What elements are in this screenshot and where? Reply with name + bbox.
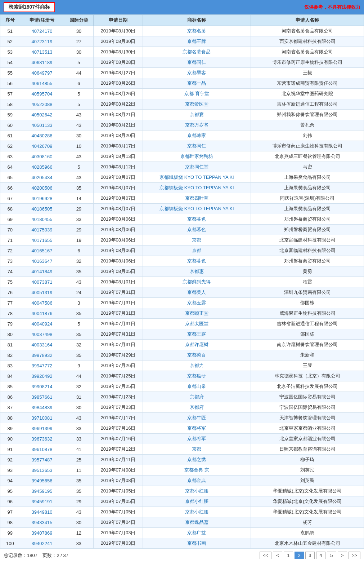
- cell-appno[interactable]: 40040924: [20, 319, 64, 329]
- cell-appno[interactable]: 40047586: [20, 298, 64, 308]
- cell-appno[interactable]: 40163647: [20, 256, 64, 266]
- appno-link[interactable]: 39673632: [32, 436, 53, 442]
- cell-tmname[interactable]: 京都颐正堂: [143, 308, 251, 319]
- tmname-link[interactable]: 京都牛匠: [187, 415, 206, 420]
- appno-link[interactable]: 39920492: [32, 373, 53, 379]
- appno-link[interactable]: 40196928: [32, 196, 53, 201]
- appno-link[interactable]: 40713513: [32, 49, 53, 55]
- cell-appno[interactable]: 39513653: [20, 465, 64, 476]
- cell-appno[interactable]: 39433415: [20, 517, 64, 528]
- cell-tmname[interactable]: 京都万岁爷: [143, 120, 251, 131]
- cell-appno[interactable]: 40200506: [20, 183, 64, 193]
- cell-appno[interactable]: 40502642: [20, 110, 64, 120]
- cell-appno[interactable]: 40308160: [20, 151, 64, 162]
- cell-tmname[interactable]: 京都逸品斋: [143, 517, 251, 528]
- cell-appno[interactable]: 39402241: [20, 538, 64, 549]
- tmname-link[interactable]: 京都王露: [187, 331, 206, 337]
- tmname-link[interactable]: 京都帝医堂: [185, 101, 208, 107]
- cell-tmname[interactable]: 京都玉露: [143, 298, 251, 308]
- cell-appno[interactable]: 40614855: [20, 78, 64, 89]
- cell-tmname[interactable]: 京都力: [143, 361, 251, 371]
- tmname-link[interactable]: 京都美人: [187, 289, 206, 295]
- cell-appno[interactable]: 40501133: [20, 120, 64, 131]
- appno-link[interactable]: 40175039: [32, 227, 53, 233]
- cell-appno[interactable]: 40649797: [20, 68, 64, 78]
- cell-appno[interactable]: 40186505: [20, 204, 64, 214]
- cell-appno[interactable]: 40165167: [20, 246, 64, 256]
- tmname-link[interactable]: 京都同仁: [187, 143, 206, 149]
- cell-tmname[interactable]: 京都鲜到先得: [143, 277, 251, 287]
- cell-tmname[interactable]: 京都惠: [143, 266, 251, 277]
- appno-link[interactable]: 39710081: [32, 415, 53, 421]
- next-page-btn[interactable]: >: [338, 552, 347, 559]
- cell-appno[interactable]: 40480286: [20, 131, 64, 141]
- tmname-link[interactable]: 京都暮色: [187, 216, 206, 222]
- appno-link[interactable]: 40614855: [32, 81, 53, 86]
- appno-link[interactable]: 40171655: [32, 238, 53, 243]
- tmname-link[interactable]: 京都之绣: [187, 457, 206, 462]
- cell-tmname[interactable]: 京都之绣: [143, 455, 251, 465]
- cell-appno[interactable]: 40196928: [20, 193, 64, 204]
- cell-tmname[interactable]: 京都书画: [143, 538, 251, 549]
- cell-appno[interactable]: 40522088: [20, 99, 64, 110]
- cell-tmname[interactable]: 京都王牌: [143, 36, 251, 47]
- cell-tmname[interactable]: 京都许愿树: [143, 340, 251, 350]
- cell-appno[interactable]: 40171655: [20, 235, 64, 246]
- cell-appno[interactable]: 40285966: [20, 162, 64, 172]
- cell-tmname[interactable]: 京都将军: [143, 434, 251, 444]
- cell-tmname[interactable]: 京都府: [143, 402, 251, 413]
- cell-appno[interactable]: 39459195: [20, 486, 64, 496]
- page-btn-5[interactable]: 5: [327, 552, 336, 559]
- cell-appno[interactable]: 40205434: [20, 172, 64, 183]
- cell-appno[interactable]: 39449810: [20, 507, 64, 517]
- page-btn-4[interactable]: 4: [316, 552, 325, 559]
- tmname-link[interactable]: 京都玉露: [187, 300, 206, 305]
- tmname-link[interactable]: 京都瘟研: [187, 373, 206, 379]
- tmname-link[interactable]: 京都名薯: [187, 28, 206, 34]
- cell-tmname[interactable]: 京都暮色: [143, 256, 251, 266]
- tmname-link[interactable]: 京都金典 京: [184, 467, 209, 473]
- cell-tmname[interactable]: 京都同仁: [143, 57, 251, 68]
- tmname-link[interactable]: 京都将军: [187, 436, 206, 441]
- tmname-link[interactable]: 京都颐正堂: [185, 310, 208, 316]
- cell-appno[interactable]: 40141849: [20, 266, 64, 277]
- cell-tmname[interactable]: 京都将军: [143, 423, 251, 434]
- cell-tmname[interactable]: 京都名薯食品: [143, 47, 251, 57]
- appno-link[interactable]: 40141849: [32, 269, 53, 274]
- cell-appno[interactable]: 40051319: [20, 287, 64, 298]
- tmname-link[interactable]: 京都府: [190, 404, 204, 410]
- tmname-link[interactable]: 京都暮色: [187, 258, 206, 264]
- appno-link[interactable]: 40073871: [32, 279, 53, 285]
- cell-tmname[interactable]: 京都牛匠: [143, 413, 251, 423]
- tmname-link[interactable]: 京都铁板烧 KYO TO TEPPAN YA KI: [159, 206, 234, 211]
- cell-appno[interactable]: 40713513: [20, 47, 64, 57]
- tmname-link[interactable]: 京都鲜到先得: [183, 279, 211, 284]
- tmname-link[interactable]: 京都王牌: [187, 39, 206, 44]
- tmname-link[interactable]: 京都山泉: [187, 384, 206, 389]
- tmname-link[interactable]: 京都同仁: [187, 59, 206, 65]
- cell-tmname[interactable]: 京都同仁: [143, 141, 251, 151]
- appno-link[interactable]: 39449810: [32, 509, 53, 515]
- cell-appno[interactable]: 39710081: [20, 413, 64, 423]
- cell-tmname[interactable]: 京都四叶草: [143, 193, 251, 204]
- appno-link[interactable]: 40180455: [32, 217, 53, 222]
- appno-link[interactable]: 40037498: [32, 332, 53, 337]
- appno-link[interactable]: 40047586: [32, 300, 53, 306]
- tmname-link[interactable]: 京都小红腰: [185, 509, 208, 514]
- appno-link[interactable]: 39857661: [32, 394, 53, 400]
- appno-link[interactable]: 40205434: [32, 175, 53, 180]
- tmname-link[interactable]: 京都韩家: [187, 133, 206, 138]
- appno-link[interactable]: 40308160: [32, 154, 53, 159]
- cell-tmname[interactable]: 京都山泉: [143, 381, 251, 392]
- cell-appno[interactable]: 39920492: [20, 371, 64, 381]
- cell-appno[interactable]: 39495656: [20, 476, 64, 486]
- appno-link[interactable]: 40723119: [32, 39, 53, 44]
- cell-tmname[interactable]: 京都小红腰: [143, 496, 251, 507]
- tmname-link[interactable]: 京都惠: [190, 269, 204, 274]
- appno-link[interactable]: 39610878: [32, 447, 53, 452]
- prev-page-btn[interactable]: <: [273, 552, 282, 559]
- tmname-link[interactable]: 京都将军: [187, 425, 206, 431]
- tmname-link[interactable]: 京都书画: [187, 540, 206, 546]
- appno-link[interactable]: 40040924: [32, 321, 53, 327]
- appno-link[interactable]: 40165167: [32, 248, 53, 253]
